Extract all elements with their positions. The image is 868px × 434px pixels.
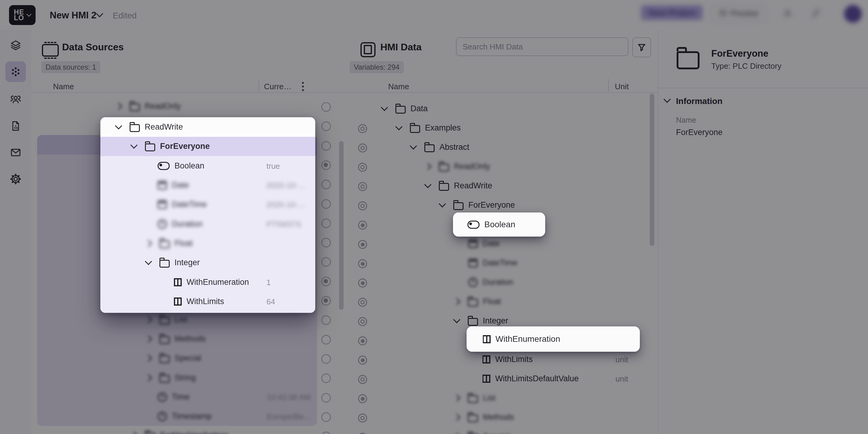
drag-row-withenumeration: WithEnumeration xyxy=(174,273,249,292)
drag-value-withlimits: 64 xyxy=(267,297,275,307)
drag-row-duration: Duration xyxy=(158,214,203,234)
folder-icon xyxy=(130,124,140,132)
chevron-down-icon xyxy=(145,258,152,265)
drag-value-boolean: true xyxy=(267,161,280,171)
toggle-icon xyxy=(158,162,170,170)
chevron-down-icon xyxy=(115,122,122,129)
calendar-icon xyxy=(158,200,167,209)
folder-icon xyxy=(159,241,170,248)
clock-icon xyxy=(158,219,167,229)
folder-icon xyxy=(159,260,170,268)
drop-preview-withenumeration[interactable]: WithEnumeration xyxy=(467,327,640,352)
chevron-down-icon xyxy=(130,141,137,149)
drag-value-datetime: 2020-10-… xyxy=(267,200,306,210)
drag-value-duration: PT5M37S xyxy=(267,220,301,229)
drag-row-readwrite: ReadWrite xyxy=(116,117,183,136)
drop-preview-boolean[interactable]: Boolean xyxy=(453,213,545,237)
drag-row-datetime: DateTime xyxy=(158,195,207,214)
drag-row-foreveryone: ForEveryone xyxy=(131,136,210,156)
folder-icon xyxy=(145,144,155,151)
drag-row-date: Date xyxy=(158,176,189,195)
calendar-icon xyxy=(158,181,167,190)
drag-row-withlimits: WithLimits xyxy=(174,292,224,311)
drag-preview-card[interactable]: ReadWrite ForEveryone Boolean true Date … xyxy=(100,117,315,313)
drag-value-date: 2020-10-… xyxy=(267,181,306,190)
drag-value-withenumeration: 1 xyxy=(267,278,271,287)
drag-row-boolean: Boolean xyxy=(158,156,204,176)
integer-type-icon xyxy=(483,335,491,343)
toggle-icon xyxy=(467,221,479,229)
integer-type-icon xyxy=(174,278,182,286)
integer-type-icon xyxy=(174,298,182,306)
chevron-right-icon xyxy=(145,240,152,247)
app-root: HE LO New HMI 2 Edited Save Project Prev… xyxy=(0,0,868,434)
drag-row-float: Float xyxy=(146,234,193,253)
drag-row-integer: Integer xyxy=(146,253,200,272)
